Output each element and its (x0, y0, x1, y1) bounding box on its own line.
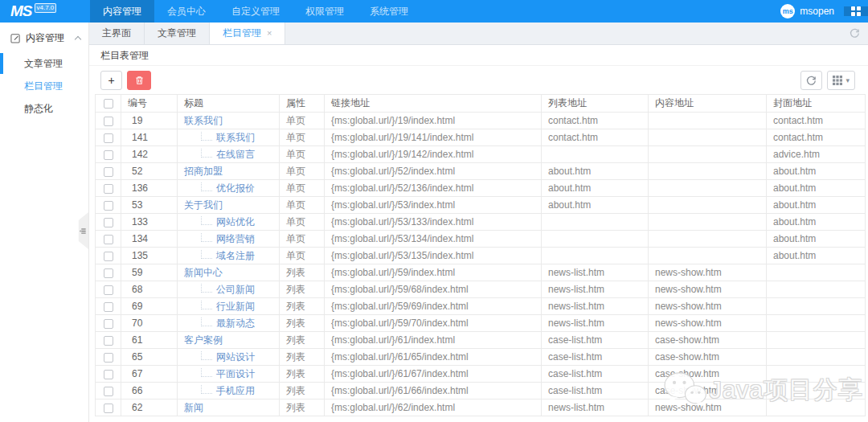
top-menu-item[interactable]: 权限管理 (293, 0, 357, 23)
cell-list-url: about.htm (542, 163, 649, 180)
row-checkbox[interactable] (104, 150, 113, 160)
category-title-link[interactable]: 平面设计 (216, 368, 255, 379)
sidebar-group-header[interactable]: 内容管理 (0, 23, 88, 52)
row-checkbox[interactable] (104, 218, 113, 227)
category-title-link[interactable]: 公司新闻 (216, 284, 255, 295)
columns-toggle-button[interactable]: ▾ (827, 71, 855, 90)
cell-attr: 单页 (280, 248, 325, 264)
row-checkbox[interactable] (104, 201, 113, 211)
category-title-link[interactable]: 在线留言 (216, 149, 255, 160)
cell-attr: 列表 (280, 366, 325, 383)
cell-link: {ms:global.url/}/19/141/index.html (325, 129, 542, 146)
row-checkbox-cell (96, 298, 121, 315)
row-checkbox[interactable] (104, 370, 113, 379)
row-checkbox[interactable] (104, 167, 113, 177)
row-checkbox-cell (96, 332, 121, 349)
tree-connector (201, 149, 212, 158)
row-checkbox[interactable] (104, 302, 113, 312)
cell-content-url (649, 129, 767, 146)
cell-link: {ms:global.url/}/61/66/index.html (325, 383, 542, 399)
cell-title: 平面设计 (178, 366, 280, 383)
table-row: 141联系我们单页{ms:global.url/}/19/141/index.h… (96, 129, 866, 146)
category-title-link[interactable]: 新闻中心 (184, 267, 223, 278)
select-all-checkbox[interactable] (104, 99, 113, 109)
row-checkbox[interactable] (104, 404, 113, 413)
cell-attr: 列表 (280, 332, 325, 349)
row-checkbox[interactable] (104, 117, 113, 126)
tab-close-icon[interactable]: × (267, 23, 272, 44)
cell-id: 66 (121, 383, 178, 399)
cell-content-url: case-show.htm (649, 349, 767, 366)
row-checkbox[interactable] (104, 252, 113, 261)
apps-grid-button[interactable] (844, 6, 868, 16)
category-title-link[interactable]: 网站优化 (216, 216, 255, 227)
chevron-up-icon[interactable] (75, 36, 81, 43)
category-title-link[interactable]: 网站设计 (216, 351, 255, 363)
username[interactable]: msopen (800, 6, 834, 17)
category-title-link[interactable]: 最新动态 (216, 318, 255, 329)
cell-title: 手机应用 (178, 383, 280, 399)
cell-title: 网络营销 (178, 231, 280, 248)
category-title-link[interactable]: 客户案例 (184, 334, 223, 346)
add-button[interactable]: + (100, 71, 122, 90)
row-checkbox[interactable] (104, 184, 113, 194)
cell-cover-url: about.htm (767, 248, 866, 264)
row-checkbox[interactable] (104, 353, 113, 363)
table-row: 52招商加盟单页{ms:global.url/}/52/index.htmlab… (96, 163, 866, 180)
top-menu-item[interactable]: 会员中心 (154, 0, 219, 23)
cell-id: 134 (121, 231, 178, 248)
user-avatar[interactable]: ms (780, 4, 795, 18)
toolbar: + ▾ (89, 66, 868, 94)
row-checkbox[interactable] (104, 235, 113, 244)
refresh-button[interactable] (800, 71, 822, 90)
cell-id: 65 (121, 349, 178, 366)
category-title-link[interactable]: 手机应用 (216, 385, 255, 396)
row-checkbox[interactable] (104, 285, 113, 295)
sidebar-item[interactable]: 文章管理 (0, 52, 88, 75)
cell-content-url: news-show.htm (649, 281, 767, 298)
row-checkbox[interactable] (104, 133, 113, 143)
tab-label: 栏目管理 (223, 23, 261, 44)
sidebar-item[interactable]: 静态化 (0, 97, 88, 120)
category-title-link[interactable]: 招商加盟 (184, 166, 223, 177)
category-title-link[interactable]: 新闻 (184, 402, 203, 413)
page-title: 栏目表管理 (89, 45, 868, 66)
category-title-link[interactable]: 联系我们 (216, 132, 255, 143)
app-logo[interactable]: MS v4.7.0 (0, 0, 90, 23)
tab[interactable]: 文章管理 (145, 23, 210, 44)
tab[interactable]: 栏目管理× (210, 23, 285, 44)
tab-refresh-icon[interactable] (850, 28, 860, 39)
row-checkbox[interactable] (104, 268, 113, 278)
column-header-content: 内容地址 (649, 95, 767, 113)
cell-title: 关于我们 (178, 197, 280, 214)
tree-connector (201, 182, 212, 191)
top-menu-item[interactable]: 系统管理 (357, 0, 421, 23)
cell-id: 68 (121, 281, 178, 298)
row-checkbox-cell (96, 163, 121, 180)
sidebar-collapse-handle[interactable] (75, 212, 88, 249)
row-checkbox[interactable] (104, 336, 113, 346)
cell-attr: 单页 (280, 146, 325, 163)
top-navbar: MS v4.7.0 内容管理会员中心自定义管理权限管理系统管理 ms msope… (0, 0, 868, 23)
category-title-link[interactable]: 联系我们 (184, 115, 223, 126)
category-title-link[interactable]: 网络营销 (216, 233, 255, 244)
cell-content-url (649, 248, 767, 264)
sidebar-item[interactable]: 栏目管理 (0, 75, 88, 97)
cell-id: 142 (121, 146, 178, 163)
sidebar-items: 文章管理栏目管理静态化 (0, 52, 88, 120)
cell-id: 69 (121, 298, 178, 315)
tab[interactable]: 主界面 (89, 23, 145, 44)
category-title-link[interactable]: 优化报价 (216, 182, 255, 194)
cell-attr: 单页 (280, 231, 325, 248)
grid-icon (851, 6, 861, 16)
category-title-link[interactable]: 关于我们 (184, 199, 223, 211)
category-title-link[interactable]: 域名注册 (216, 250, 255, 261)
row-checkbox[interactable] (104, 387, 113, 396)
row-checkbox[interactable] (104, 319, 113, 329)
delete-button[interactable] (127, 71, 151, 90)
tab-bar: 主界面文章管理栏目管理× (89, 23, 868, 45)
top-menu-item[interactable]: 自定义管理 (219, 0, 293, 23)
top-menu-item[interactable]: 内容管理 (90, 0, 154, 23)
table-row: 142在线留言单页{ms:global.url/}/19/142/index.h… (96, 146, 866, 163)
category-title-link[interactable]: 行业新闻 (216, 301, 255, 312)
